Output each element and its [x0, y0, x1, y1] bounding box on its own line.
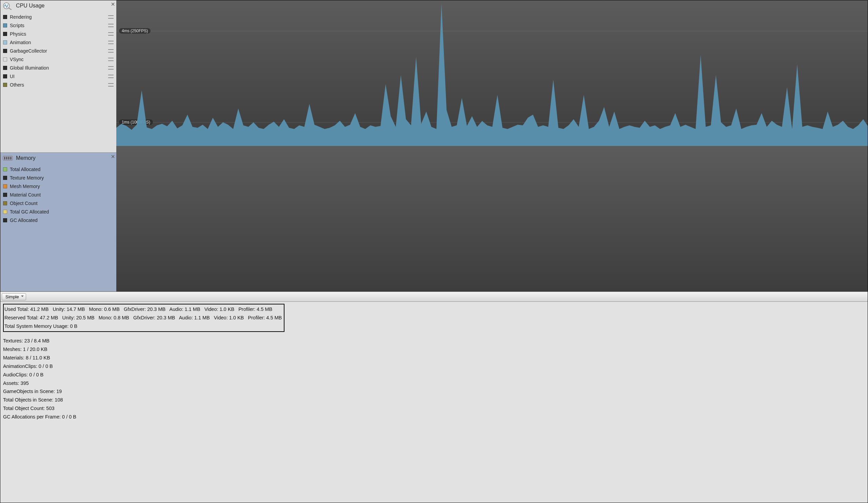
- legend-label: GC Allocated: [10, 218, 114, 223]
- stat-line: AudioClips: 0 / 0 B: [3, 371, 865, 379]
- stat-line: Textures: 23 / 8.4 MB: [3, 337, 865, 345]
- color-swatch: [3, 74, 7, 78]
- legend-item[interactable]: Animation: [3, 38, 114, 47]
- drag-grip-icon[interactable]: [108, 24, 114, 27]
- cpu-panel-header[interactable]: CPU Usage ×: [0, 0, 116, 11]
- legend-item[interactable]: Physics: [3, 30, 114, 38]
- color-swatch: [3, 176, 7, 180]
- memory-legend: Total AllocatedTexture MemoryMesh Memory…: [0, 164, 116, 224]
- legend-label: Mesh Memory: [10, 184, 114, 189]
- svg-rect-6: [10, 157, 11, 160]
- drag-grip-icon[interactable]: [108, 83, 114, 87]
- color-swatch: [3, 167, 7, 171]
- legend-item[interactable]: Total GC Allocated: [3, 208, 114, 216]
- legend-label: Object Count: [10, 201, 114, 206]
- cpu-panel[interactable]: CPU Usage × RenderingScriptsPhysicsAnima…: [0, 0, 116, 153]
- stat-line: Total Objects in Scene: 108: [3, 396, 865, 404]
- cpu-chart[interactable]: 4ms (250FPS)1ms (1000FPS): [116, 0, 868, 146]
- color-swatch: [3, 57, 7, 61]
- close-icon[interactable]: ×: [111, 0, 115, 8]
- legend-item[interactable]: Total Allocated: [3, 165, 114, 173]
- color-swatch: [3, 49, 7, 53]
- color-swatch: [3, 184, 7, 188]
- cpu-panel-title: CPU Usage: [16, 3, 44, 9]
- color-swatch: [3, 15, 7, 19]
- stat-line: GameObjects in Scene: 19: [3, 387, 865, 396]
- memory-panel-title: Memory: [16, 155, 35, 161]
- legend-item[interactable]: Texture Memory: [3, 173, 114, 182]
- chart-background: [116, 146, 868, 292]
- legend-item[interactable]: Global Illumination: [3, 63, 114, 72]
- stat-line: Meshes: 1 / 20.0 KB: [3, 345, 865, 354]
- drag-grip-icon[interactable]: [108, 41, 114, 44]
- cpu-legend: RenderingScriptsPhysicsAnimationGarbageC…: [0, 11, 116, 89]
- legend-label: Animation: [10, 40, 108, 45]
- memory-panel-header[interactable]: Memory ×: [0, 153, 116, 164]
- svg-rect-5: [8, 157, 10, 160]
- memory-icon: [2, 153, 14, 163]
- drag-grip-icon[interactable]: [108, 75, 114, 78]
- legend-item[interactable]: Material Count: [3, 190, 114, 199]
- legend-item[interactable]: Mesh Memory: [3, 182, 114, 190]
- legend-label: Total Allocated: [10, 167, 114, 172]
- legend-item[interactable]: UI: [3, 72, 114, 80]
- svg-rect-4: [6, 157, 8, 160]
- legend-label: Physics: [10, 31, 108, 37]
- stat-line: AnimationClips: 0 / 0 B: [3, 362, 865, 371]
- legend-label: UI: [10, 74, 108, 79]
- color-swatch: [3, 83, 7, 87]
- svg-line-1: [9, 8, 11, 10]
- legend-label: Others: [10, 82, 108, 88]
- legend-label: GarbageCollector: [10, 48, 108, 54]
- drag-grip-icon[interactable]: [108, 32, 114, 36]
- color-swatch: [3, 201, 7, 205]
- stat-line: GC Allocations per Frame: 0 / 0 B: [3, 413, 865, 421]
- cpu-area-plot: [116, 0, 868, 146]
- stat-line: Assets: 395: [3, 379, 865, 388]
- drag-grip-icon[interactable]: [108, 58, 114, 61]
- system-memory-line: Total System Memory Usage: 0 B: [4, 322, 282, 331]
- used-total-line: Used Total: 41.2 MB Unity: 14.7 MB Mono:…: [4, 305, 282, 314]
- legend-label: Material Count: [10, 192, 114, 198]
- stat-line: Materials: 8 / 11.0 KB: [3, 354, 865, 362]
- memory-panel[interactable]: Memory × Total AllocatedTexture MemoryMe…: [0, 153, 116, 292]
- legend-label: Texture Memory: [10, 175, 114, 181]
- drag-grip-icon[interactable]: [108, 15, 114, 19]
- legend-item[interactable]: Object Count: [3, 199, 114, 208]
- legend-item[interactable]: GC Allocated: [3, 216, 114, 224]
- legend-item[interactable]: VSync: [3, 55, 114, 63]
- color-swatch: [3, 210, 7, 214]
- legend-label: Global Illumination: [10, 65, 108, 71]
- profiler-sidebar: CPU Usage × RenderingScriptsPhysicsAnima…: [0, 0, 116, 292]
- view-mode-dropdown[interactable]: Simple: [2, 293, 26, 300]
- cpu-icon: [2, 1, 14, 11]
- color-swatch: [3, 218, 7, 222]
- drag-grip-icon[interactable]: [108, 66, 114, 70]
- svg-rect-3: [4, 157, 6, 160]
- legend-item[interactable]: Others: [3, 80, 114, 89]
- view-mode-label: Simple: [6, 294, 19, 299]
- close-icon[interactable]: ×: [111, 153, 115, 161]
- color-swatch: [3, 32, 7, 36]
- color-swatch: [3, 23, 7, 28]
- memory-detail-pane: Used Total: 41.2 MB Unity: 14.7 MB Mono:…: [0, 302, 868, 503]
- legend-item[interactable]: GarbageCollector: [3, 47, 114, 55]
- drag-grip-icon[interactable]: [108, 49, 114, 53]
- memory-chart[interactable]: [116, 146, 868, 292]
- stat-line: Total Object Count: 503: [3, 404, 865, 413]
- graph-area: CPU Usage × RenderingScriptsPhysicsAnima…: [0, 0, 868, 292]
- legend-item[interactable]: Rendering: [3, 12, 114, 21]
- detail-toolbar: Simple: [0, 292, 868, 302]
- legend-label: Rendering: [10, 14, 108, 20]
- memory-stats-list: Textures: 23 / 8.4 MBMeshes: 1 / 20.0 KB…: [3, 337, 865, 421]
- color-swatch: [3, 40, 7, 44]
- color-swatch: [3, 66, 7, 70]
- legend-label: Total GC Allocated: [10, 209, 114, 214]
- legend-label: VSync: [10, 57, 108, 62]
- color-swatch: [3, 193, 7, 197]
- legend-label: Scripts: [10, 23, 108, 28]
- reserved-total-line: Reserved Total: 47.2 MB Unity: 20.5 MB M…: [4, 314, 282, 322]
- memory-summary-box: Used Total: 41.2 MB Unity: 14.7 MB Mono:…: [3, 304, 285, 332]
- legend-item[interactable]: Scripts: [3, 21, 114, 30]
- charts-area: 4ms (250FPS)1ms (1000FPS): [116, 0, 868, 292]
